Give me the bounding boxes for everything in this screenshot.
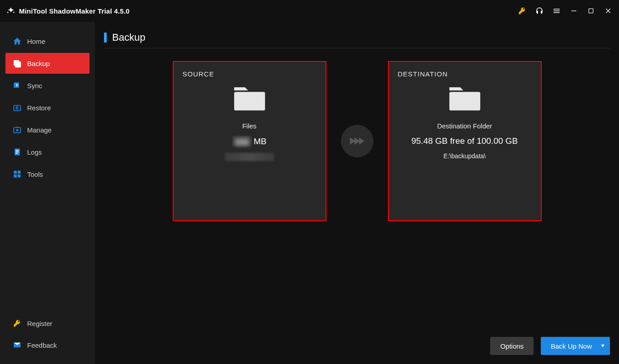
chevron-right-icon — [359, 137, 364, 145]
destination-folder-label: Destination Folder — [437, 122, 492, 130]
source-heading: SOURCE — [183, 70, 214, 78]
source-card[interactable]: SOURCE Files ▮▮▮ MB — [173, 61, 326, 221]
destination-space: 95.48 GB free of 100.00 GB — [411, 136, 518, 146]
source-size: ▮▮▮ MB — [232, 136, 267, 147]
destination-card[interactable]: DESTINATION Destination Folder 95.48 GB … — [388, 61, 542, 221]
footer-actions: Options Back Up Now — [490, 337, 610, 355]
register-icon — [13, 319, 22, 327]
svg-rect-10 — [16, 150, 19, 151]
sidebar-item-label: Restore — [27, 104, 51, 112]
backup-content: SOURCE Files ▮▮▮ MB — [104, 48, 610, 355]
sidebar-bottom: Register Feedback — [5, 313, 90, 355]
sidebar-item-sync[interactable]: Sync — [5, 75, 90, 96]
destination-heading: DESTINATION — [398, 70, 448, 78]
sidebar-item-logs[interactable]: Logs — [5, 142, 90, 162]
svg-rect-8 — [17, 127, 18, 128]
svg-rect-12 — [16, 153, 18, 154]
svg-rect-15 — [14, 175, 17, 178]
svg-point-7 — [16, 129, 19, 131]
backup-icon — [13, 59, 22, 68]
sidebar-item-label: Home — [27, 38, 45, 45]
caret-down-icon — [601, 345, 605, 347]
sidebar-item-restore[interactable]: Restore — [5, 97, 90, 118]
svg-rect-13 — [14, 171, 17, 174]
menu-icon[interactable] — [552, 6, 561, 15]
app-logo-icon — [6, 6, 15, 15]
key-icon[interactable] — [518, 6, 527, 15]
sidebar-item-label: Logs — [27, 148, 42, 156]
restore-icon — [13, 103, 22, 112]
sidebar-item-label: Backup — [27, 60, 50, 67]
svg-rect-1 — [589, 9, 593, 13]
app-title: MiniTool ShadowMaker Trial 4.5.0 — [19, 7, 130, 15]
arrow-indicator — [341, 125, 373, 157]
backup-now-label: Back Up Now — [551, 342, 592, 350]
logs-icon — [13, 147, 22, 156]
svg-rect-11 — [16, 151, 19, 152]
close-icon[interactable] — [604, 6, 613, 15]
source-size-value-obscured: ▮▮▮ — [232, 136, 251, 147]
sidebar-item-label: Register — [27, 320, 52, 327]
backup-now-button[interactable]: Back Up Now — [541, 337, 610, 355]
folder-icon — [446, 82, 483, 116]
sync-icon — [13, 81, 22, 90]
sidebar-item-register[interactable]: Register — [5, 313, 90, 333]
sidebar-item-manage[interactable]: Manage — [5, 119, 90, 140]
maximize-icon[interactable] — [586, 6, 595, 15]
sidebar: Home Backup Sync Restore — [0, 22, 95, 364]
svg-rect-3 — [15, 62, 21, 67]
svg-rect-14 — [18, 171, 21, 174]
page-title: Backup — [112, 32, 145, 43]
sidebar-nav: Home Backup Sync Restore — [5, 31, 90, 184]
titlebar: MiniTool ShadowMaker Trial 4.5.0 — [0, 0, 619, 22]
svg-rect-17 — [234, 92, 265, 110]
sidebar-item-label: Feedback — [27, 341, 57, 349]
page-header: Backup — [104, 32, 610, 48]
titlebar-actions — [518, 6, 613, 15]
svg-rect-16 — [18, 175, 21, 178]
manage-icon — [13, 125, 22, 134]
sidebar-item-label: Manage — [27, 126, 52, 134]
destination-path: E:\backupdata\ — [444, 152, 486, 160]
main: Backup SOURCE Files ▮▮▮ MB — [95, 22, 619, 364]
sidebar-item-label: Tools — [27, 170, 43, 178]
sidebar-item-tools[interactable]: Tools — [5, 164, 90, 184]
sidebar-item-backup[interactable]: Backup — [5, 53, 90, 74]
home-icon — [13, 37, 22, 46]
svg-rect-0 — [572, 10, 576, 11]
tools-icon — [13, 170, 22, 179]
sidebar-item-home[interactable]: Home — [5, 31, 90, 52]
feedback-icon — [13, 341, 22, 349]
source-type: Files — [242, 122, 257, 130]
source-path-obscured — [225, 153, 274, 162]
sidebar-item-label: Sync — [27, 82, 42, 90]
minimize-icon[interactable] — [569, 6, 578, 15]
options-button[interactable]: Options — [490, 337, 534, 355]
sidebar-item-feedback[interactable]: Feedback — [5, 335, 90, 355]
headset-icon[interactable] — [535, 6, 544, 15]
folder-icon — [231, 82, 268, 116]
source-size-unit: MB — [254, 137, 267, 146]
svg-rect-18 — [449, 92, 480, 110]
header-accent-bar — [104, 33, 107, 43]
